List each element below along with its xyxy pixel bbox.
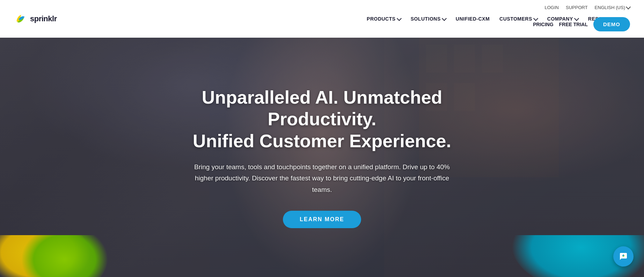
logo[interactable]: sprinklr [14, 12, 57, 25]
nav-solutions[interactable]: SOLUTIONS [407, 13, 450, 24]
svg-rect-4 [426, 45, 447, 73]
chat-icon [619, 252, 628, 261]
logo-icon [14, 12, 27, 25]
learn-more-button[interactable]: LEARN MORE [283, 211, 361, 228]
hero-content: Unparalleled AI. Unmatched Productivity.… [165, 87, 479, 228]
chevron-down-icon [397, 16, 402, 21]
chevron-down-icon [442, 16, 447, 21]
nav-products[interactable]: PRODUCTS [363, 13, 405, 24]
hero-section: Unparalleled AI. Unmatched Productivity.… [0, 38, 644, 277]
login-link[interactable]: LOGIN [545, 5, 559, 10]
free-trial-link[interactable]: FREE TRIAL [559, 22, 588, 27]
hero-subtitle: Bring your teams, tools and touchpoints … [186, 162, 458, 195]
pricing-link[interactable]: PRICING [533, 22, 553, 27]
green-blob [21, 235, 108, 277]
header-bottom-links: PRICING FREE TRIAL DEMO [533, 17, 630, 31]
chevron-down-icon [626, 5, 631, 9]
chat-bubble-button[interactable] [613, 246, 634, 267]
support-link[interactable]: SUPPORT [566, 5, 588, 10]
header-top-links: LOGIN SUPPORT ENGLISH (US) [545, 5, 630, 10]
logo-text: sprinklr [30, 14, 57, 23]
nav-unified-cxm[interactable]: UNIFIED-CXM [452, 13, 494, 24]
site-header: sprinklr PRODUCTS SOLUTIONS UNIFIED-CXM … [0, 0, 644, 38]
svg-rect-5 [454, 45, 475, 73]
hero-title: Unparalleled AI. Unmatched Productivity.… [179, 87, 465, 152]
language-selector[interactable]: ENGLISH (US) [595, 5, 630, 10]
hero-bottom-decoration [0, 235, 644, 277]
demo-button[interactable]: DEMO [593, 17, 630, 31]
svg-rect-6 [482, 45, 503, 73]
